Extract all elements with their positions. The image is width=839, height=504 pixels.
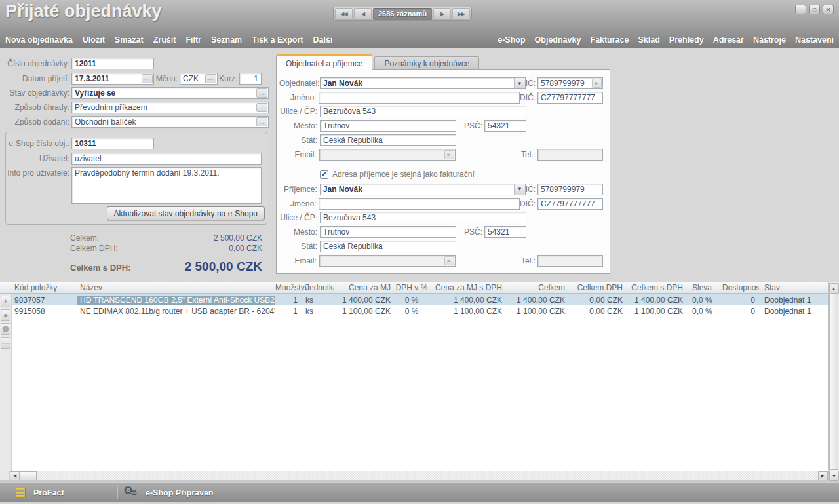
menu-seznam[interactable]: Seznam [211, 35, 242, 45]
orderer-zip-input[interactable] [484, 120, 526, 132]
orderer-tel-input[interactable] [537, 149, 603, 161]
first-record-button[interactable]: ◀◀ [335, 8, 353, 20]
recipient-dic-input[interactable] [537, 198, 603, 210]
menu-adresar[interactable]: Adresář [713, 35, 744, 45]
col-jednotka[interactable]: Jednotka [302, 283, 334, 292]
payment-method-input[interactable] [72, 102, 256, 113]
menu-prehledy[interactable]: Přehledy [669, 35, 704, 45]
menu-dalsi[interactable]: Další [313, 35, 333, 45]
menu-zrusit[interactable]: Zrušit [153, 35, 176, 45]
eshop-group-box: e-Shop číslo obj.: Uživatel: Info pro už… [5, 132, 267, 225]
orderer-email-input[interactable] [320, 149, 444, 160]
menu-sklad[interactable]: Sklad [638, 35, 659, 45]
menu-ulozit[interactable]: Uložit [83, 35, 105, 45]
vertical-scrollbar[interactable]: ▲ ▼ [828, 282, 839, 481]
exchange-rate-input[interactable] [239, 73, 262, 85]
menu-tisk-a-export[interactable]: Tisk a Export [252, 35, 303, 45]
user-input[interactable] [71, 153, 262, 165]
recipient-email-link-button[interactable]: ▶ [444, 256, 454, 265]
close-button[interactable]: ✕ [823, 5, 834, 14]
minimize-button[interactable]: — [795, 5, 806, 14]
tab-objednatel-a-prijemce[interactable]: Objednatel a příjemce [276, 54, 372, 70]
orderer-email-link-button[interactable]: ▶ [444, 150, 454, 159]
menu-nastroje[interactable]: Nástroje [753, 35, 786, 45]
prev-record-button[interactable]: ◀ [354, 8, 372, 20]
col-dostupnost[interactable]: Dostupnost [720, 283, 759, 292]
scroll-right-button[interactable]: ▶ [818, 471, 828, 480]
col-celkem-s-dph[interactable]: Celkem s DPH [627, 283, 687, 292]
menu-objednavky[interactable]: Objednávky [535, 35, 581, 45]
order-number-input[interactable] [71, 58, 154, 69]
menu-nova-objednavka[interactable]: Nová objednávka [5, 35, 73, 45]
scroll-down-button[interactable]: ▼ [829, 471, 839, 481]
horizontal-scrollbar[interactable]: ◀ ▶ [0, 471, 828, 480]
receive-date-input[interactable] [72, 73, 142, 84]
scroll-up-button[interactable]: ▲ [829, 283, 839, 294]
recipient-state-input[interactable] [320, 241, 456, 252]
col-kod-polozky[interactable]: Kód položky [12, 283, 77, 292]
menu-eshop[interactable]: e-Shop [498, 35, 525, 45]
next-record-button[interactable]: ▶ [433, 8, 451, 20]
col-sleva[interactable]: Sleva [687, 283, 720, 292]
delivery-picker-button[interactable]: … [256, 117, 267, 126]
recipient-email-input[interactable] [320, 256, 444, 266]
orderer-firstname-input[interactable] [319, 92, 520, 104]
recipient-ic-input[interactable] [537, 184, 603, 195]
vscroll-thumb[interactable] [829, 294, 838, 470]
date-picker-button[interactable]: … [142, 74, 153, 83]
scroll-down-icon: ▼ [832, 474, 836, 478]
remove-row-button[interactable]: — [1, 337, 10, 349]
recipient-tel-input[interactable] [537, 255, 603, 267]
table-row[interactable]: 9837057 HD TRANSCEND 160GB 2,5" Externí … [12, 294, 828, 305]
eshop-order-number-input[interactable] [71, 138, 154, 149]
menu-fakturace[interactable]: Fakturace [590, 35, 629, 45]
next-record-icon: ▶ [440, 11, 444, 17]
orderer-ic-input[interactable] [538, 78, 592, 88]
recipient-firstname-input[interactable] [319, 198, 520, 210]
currency-picker-button[interactable]: … [205, 74, 216, 83]
orderer-ic-link-button[interactable]: ▶ [592, 79, 602, 88]
delivery-method-input[interactable] [72, 117, 256, 127]
orderer-street-input[interactable] [320, 106, 526, 117]
row-marker-button[interactable]: ● [1, 309, 10, 321]
menu-nastaveni[interactable]: Nastavení [795, 35, 834, 45]
payment-picker-button[interactable]: … [256, 103, 267, 112]
orderer-state-input[interactable] [320, 134, 456, 146]
col-cena-za-mj-s-dph[interactable]: Cena za MJ s DPH [429, 283, 506, 292]
col-nazev[interactable]: Název [77, 283, 275, 292]
menu-filtr[interactable]: Filtr [185, 35, 201, 45]
same-address-checkbox[interactable]: ✔ [320, 170, 328, 179]
last-record-button[interactable]: ▶▶ [452, 8, 470, 20]
orderer-name-select[interactable] [321, 78, 514, 88]
col-mnozstvi[interactable]: Množství [275, 283, 302, 292]
col-celkem-dph[interactable]: Celkem DPH [569, 283, 627, 292]
col-stav[interactable]: Stav [759, 283, 828, 292]
col-celkem[interactable]: Celkem [506, 283, 569, 292]
order-status-input[interactable] [72, 88, 256, 98]
scroll-left-icon: ◀ [13, 473, 16, 478]
recipient-name-select[interactable] [321, 184, 514, 195]
orderer-dic-input[interactable] [537, 92, 603, 104]
scroll-left-button[interactable]: ◀ [10, 471, 20, 480]
update-eshop-status-button[interactable]: Aktualizovat stav objednávky na e-Shopu [107, 206, 265, 220]
col-cena-za-mj[interactable]: Cena za MJ [334, 283, 395, 292]
hscroll-track[interactable] [37, 471, 818, 480]
maximize-button[interactable]: □ [809, 5, 820, 14]
recipient-street-input[interactable] [320, 212, 526, 223]
table-row[interactable]: 9915058 NE EDIMAX 802.11b/g router + USB… [12, 305, 828, 317]
hscroll-thumb[interactable] [20, 471, 37, 480]
orderer-dropdown-button[interactable]: ▼ [514, 78, 525, 88]
user-info-textarea[interactable]: Pravděpodobný termín dodání 19.3.2011. [71, 167, 262, 204]
recipient-city-input[interactable] [320, 226, 456, 238]
add-row-button[interactable]: + [1, 296, 10, 307]
renumber-rows-button[interactable]: ➊ [1, 323, 10, 335]
menu-smazat[interactable]: Smazat [115, 35, 144, 45]
currency-input[interactable] [180, 73, 205, 84]
items-table-body: 9837057 HD TRANSCEND 160GB 2,5" Externí … [12, 294, 828, 317]
status-picker-button[interactable]: … [256, 88, 267, 98]
recipient-zip-input[interactable] [484, 226, 526, 238]
orderer-city-input[interactable] [320, 120, 456, 132]
col-dph[interactable]: DPH v % [395, 283, 429, 292]
recipient-dropdown-button[interactable]: ▼ [514, 184, 525, 195]
tab-poznamky-k-objednavce[interactable]: Poznámky k objednávce [374, 56, 479, 70]
